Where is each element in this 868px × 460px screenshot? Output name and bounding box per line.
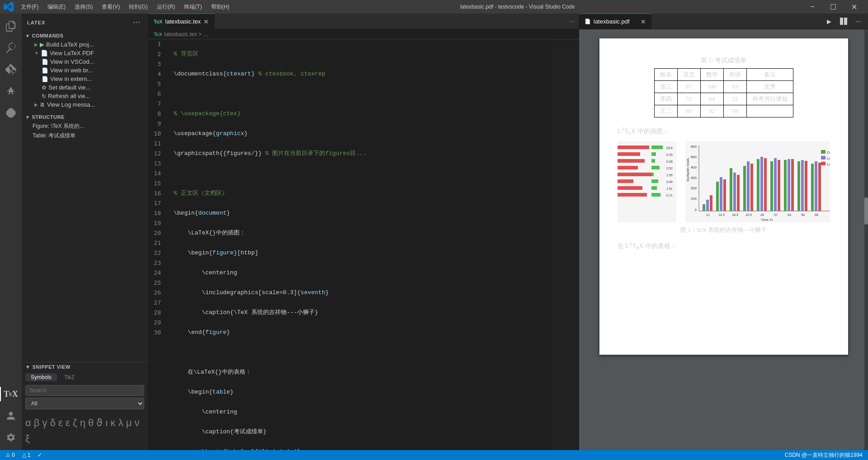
warning-count: 1 bbox=[28, 452, 31, 458]
gear-icon: ⚙ bbox=[42, 84, 47, 91]
error-icon: ⚠ bbox=[5, 452, 10, 458]
svg-rect-56 bbox=[743, 166, 746, 211]
close-button[interactable]: ✕ bbox=[844, 0, 864, 14]
editor-tab[interactable]: TeX latexbasic.tex ✕ bbox=[148, 14, 215, 29]
svg-text:56: 56 bbox=[801, 213, 805, 216]
activity-debug[interactable] bbox=[0, 80, 22, 102]
build-latex-item[interactable]: ▶ ▶ Build LaTeX proj... bbox=[22, 40, 148, 49]
tab-label: latexbasic.tex bbox=[165, 18, 201, 25]
chart-right: 0 100 200 300 400 500 600 Surfactin mol/… bbox=[685, 141, 830, 222]
activity-account[interactable] bbox=[0, 405, 22, 427]
chart-left: 29.8 0.25 0.28 0.52 1.05 0.09 1.51 0.71 bbox=[618, 141, 676, 222]
minimap-visual bbox=[552, 39, 579, 450]
commands-chevron: ▼ bbox=[25, 33, 30, 38]
code-content[interactable]: % 导言区 \documentclass{ctexart} % ctexbook… bbox=[170, 39, 552, 450]
snippet-header[interactable]: ▼ SNIPPET VIEW bbox=[22, 362, 148, 371]
pdf-scrollbar-thumb[interactable] bbox=[864, 197, 868, 225]
structure-table[interactable]: Table: 考试成绩单 bbox=[22, 131, 148, 141]
activity-extensions[interactable] bbox=[0, 102, 22, 124]
svg-rect-17 bbox=[618, 193, 647, 197]
sidebar-title: LATEX bbox=[27, 20, 45, 25]
pdf-tab[interactable]: 📄 latexbasic.pdf ✕ bbox=[579, 14, 651, 29]
pdf-play-btn[interactable]: ▶ bbox=[823, 15, 835, 28]
view-vscode-item[interactable]: 📄 View in VSCod... bbox=[22, 57, 148, 66]
pdf-split-btn[interactable] bbox=[837, 15, 850, 28]
pdf-more-btn[interactable]: ⋯ bbox=[852, 15, 864, 28]
editor-tab-more[interactable]: ⋯ bbox=[566, 14, 579, 29]
table-row-2: 李四 75 64 52 补考另行通知 bbox=[654, 93, 793, 105]
ln-9: 9 bbox=[148, 119, 165, 129]
svg-rect-11 bbox=[618, 173, 654, 176]
td-3-ch: 80 bbox=[677, 105, 700, 117]
view-web-item[interactable]: 📄 View in web br... bbox=[22, 66, 148, 75]
main-content: TEX LATEX ⋯ ▼ COMMANDS ▶ ▶ Build LaTeX p… bbox=[0, 14, 868, 450]
status-errors[interactable]: ⚠ 0 bbox=[4, 452, 17, 458]
sidebar-more-button[interactable]: ⋯ bbox=[131, 17, 142, 28]
activity-tex[interactable]: TEX bbox=[0, 383, 22, 405]
editor-area: TeX latexbasic.tex ✕ ⋯ TeX latexbasic.te… bbox=[148, 14, 579, 450]
activity-git[interactable] bbox=[0, 59, 22, 80]
code-line-1: % 导言区 bbox=[174, 49, 552, 59]
code-line-10: \LaTeX{}中的插图： bbox=[174, 228, 552, 238]
ln-5: 5 bbox=[148, 79, 165, 89]
svg-text:0.71: 0.71 bbox=[666, 194, 673, 197]
commands-section[interactable]: ▼ COMMANDS bbox=[22, 31, 148, 40]
pdf-scrollbar[interactable] bbox=[864, 29, 868, 450]
snippet-tabs: Symbols TikZ bbox=[22, 371, 148, 383]
status-warnings[interactable]: △ 1 bbox=[20, 452, 33, 458]
menu-help[interactable]: 帮助(H) bbox=[208, 2, 233, 12]
svg-rect-18 bbox=[651, 193, 660, 197]
svg-rect-70 bbox=[805, 161, 807, 211]
tab-symbols[interactable]: Symbols bbox=[25, 373, 57, 381]
code-line-3 bbox=[174, 89, 552, 99]
tab-close[interactable]: ✕ bbox=[203, 18, 209, 25]
set-default-view-item[interactable]: ⚙ Set default vie... bbox=[22, 83, 148, 92]
view-latex-pdf-item[interactable]: ▼ 📄 View LaTeX PDF bbox=[22, 49, 148, 57]
maximize-button[interactable]: ☐ bbox=[823, 0, 844, 14]
svg-rect-69 bbox=[801, 160, 804, 211]
code-line-19: \centering bbox=[174, 407, 552, 417]
menu-file[interactable]: 文件(F) bbox=[17, 2, 42, 12]
menu-select[interactable]: 选择(S) bbox=[71, 2, 96, 12]
td-2-ch: 75 bbox=[677, 93, 700, 105]
view-log-item[interactable]: ▶ 🗏 View Log messa... bbox=[22, 100, 148, 109]
pdf-content[interactable]: 表 1: 考试成绩单 姓名 语文 数学 外语 备注 张三 87 100 93 bbox=[579, 29, 868, 450]
svg-rect-47 bbox=[703, 204, 705, 211]
view-extern-item[interactable]: 📄 View in extern... bbox=[22, 75, 148, 83]
activity-settings[interactable] bbox=[0, 427, 22, 448]
structure-section[interactable]: ▼ STRUCTURE bbox=[22, 113, 148, 122]
search-input[interactable] bbox=[25, 385, 144, 396]
structure-figure[interactable]: Figure: \TeX 系统的... bbox=[22, 122, 148, 131]
menu-goto[interactable]: 转到(G) bbox=[125, 2, 151, 12]
status-check[interactable]: ✓ bbox=[36, 452, 44, 458]
breadcrumb-text: TeX bbox=[154, 32, 162, 37]
menu-terminal[interactable]: 终端(T) bbox=[180, 2, 205, 12]
minimize-button[interactable]: − bbox=[802, 0, 823, 14]
pdf-tab-close[interactable]: ✕ bbox=[641, 18, 646, 25]
menu-run[interactable]: 运行(R) bbox=[153, 2, 179, 12]
svg-rect-71 bbox=[811, 164, 814, 211]
refresh-view-item[interactable]: ↻ Refresh all vie... bbox=[22, 92, 148, 100]
tab-tikz[interactable]: TikZ bbox=[59, 373, 80, 381]
svg-text:Lou-initial: Lou-initial bbox=[827, 156, 830, 160]
ln-15: 15 bbox=[148, 178, 165, 188]
doc-icon-3: 📄 bbox=[42, 67, 48, 74]
chart-right-svg: 0 100 200 300 400 500 600 Surfactin mol/… bbox=[685, 141, 830, 222]
svg-text:0.09: 0.09 bbox=[666, 180, 673, 183]
svg-text:1.51: 1.51 bbox=[666, 187, 673, 190]
svg-text:44: 44 bbox=[788, 213, 791, 216]
ln-2: 2 bbox=[148, 49, 165, 59]
svg-rect-66 bbox=[788, 159, 790, 211]
filter-select[interactable]: All bbox=[25, 398, 144, 409]
menu-edit[interactable]: 编辑(E) bbox=[44, 2, 69, 12]
svg-rect-52 bbox=[723, 179, 726, 211]
ln-25: 25 bbox=[148, 278, 165, 288]
activity-search[interactable] bbox=[0, 37, 22, 59]
pdf-insert-section: LATEX 中的插图： bbox=[618, 127, 830, 136]
menu-view[interactable]: 查看(V) bbox=[98, 2, 123, 12]
code-line-9: \begin{document} bbox=[174, 208, 552, 218]
activity-explorer[interactable] bbox=[0, 15, 22, 37]
td-2-name: 李四 bbox=[654, 93, 677, 105]
code-editor[interactable]: 1 2 3 4 5 6 7 8 9 10 11 12 13 14 bbox=[148, 39, 579, 450]
svg-rect-78 bbox=[821, 162, 826, 165]
